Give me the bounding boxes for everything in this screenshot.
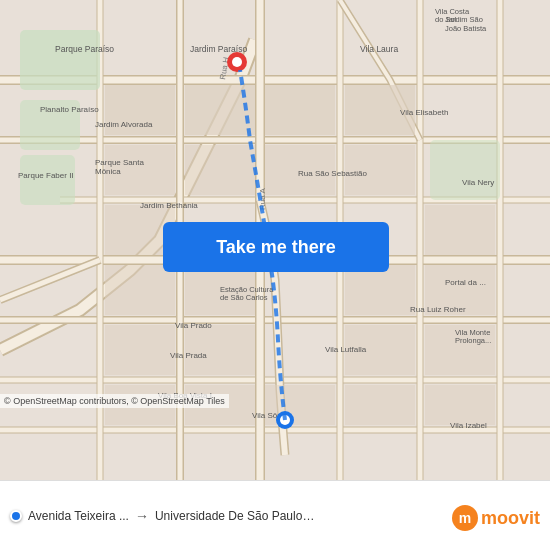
origin-text: Avenida Teixeira ... xyxy=(28,509,129,523)
origin-dot-icon xyxy=(10,510,22,522)
svg-text:Jardim Bethania: Jardim Bethania xyxy=(140,201,198,210)
svg-rect-46 xyxy=(185,325,255,375)
moovit-brand-text: moovit xyxy=(481,508,540,529)
svg-text:Portal da ...: Portal da ... xyxy=(445,278,486,287)
svg-text:Jardim Alvorada: Jardim Alvorada xyxy=(95,120,153,129)
bottom-bar: Avenida Teixeira ... → Universidade De S… xyxy=(0,480,550,550)
svg-text:Vila Nery: Vila Nery xyxy=(462,178,494,187)
svg-text:Vila Elisabeth: Vila Elisabeth xyxy=(400,108,448,117)
svg-text:Rua São Sebastião: Rua São Sebastião xyxy=(298,169,367,178)
svg-rect-45 xyxy=(105,325,175,375)
map-container: Parque Paraíso Jardim Paraíso Vila Laura… xyxy=(0,0,550,480)
svg-text:Vila Prada: Vila Prada xyxy=(170,351,207,360)
svg-text:Mônica: Mônica xyxy=(95,167,121,176)
svg-text:Rua Luiz Roher: Rua Luiz Roher xyxy=(410,305,466,314)
svg-text:Planalto Paraíso: Planalto Paraíso xyxy=(40,105,99,114)
take-me-there-button[interactable]: Take me there xyxy=(163,222,389,272)
arrow-right-icon: → xyxy=(135,508,149,524)
svg-rect-33 xyxy=(265,85,335,135)
svg-rect-43 xyxy=(345,265,415,315)
svg-text:Prolonga...: Prolonga... xyxy=(455,336,491,345)
svg-point-85 xyxy=(232,57,242,67)
svg-text:Parque Santa: Parque Santa xyxy=(95,158,144,167)
svg-rect-27 xyxy=(20,30,100,90)
destination-text: Universidade De São Paulo - C... xyxy=(155,509,315,523)
svg-rect-36 xyxy=(185,145,255,195)
moovit-m-icon: m xyxy=(451,504,479,532)
osm-attribution: © OpenStreetMap contributors, © OpenStre… xyxy=(0,394,229,408)
moovit-logo: m moovit xyxy=(451,504,540,532)
svg-text:Parque Faber II: Parque Faber II xyxy=(18,171,74,180)
svg-text:do Sol: do Sol xyxy=(435,15,457,24)
svg-text:Vila Lutfalla: Vila Lutfalla xyxy=(325,345,367,354)
svg-text:m: m xyxy=(459,510,471,526)
svg-rect-30 xyxy=(430,140,500,200)
svg-text:Vila Prado: Vila Prado xyxy=(175,321,212,330)
svg-text:Vila Izabel: Vila Izabel xyxy=(450,421,487,430)
svg-text:Parque Paraíso: Parque Paraíso xyxy=(55,44,114,54)
svg-rect-52 xyxy=(345,385,415,425)
svg-rect-41 xyxy=(105,265,175,315)
svg-text:João Batista: João Batista xyxy=(445,24,487,33)
svg-rect-39 xyxy=(425,205,495,255)
svg-rect-53 xyxy=(425,385,495,425)
svg-rect-29 xyxy=(20,155,75,205)
svg-text:Vila Laura: Vila Laura xyxy=(360,44,398,54)
svg-text:de São Carlos: de São Carlos xyxy=(220,293,268,302)
